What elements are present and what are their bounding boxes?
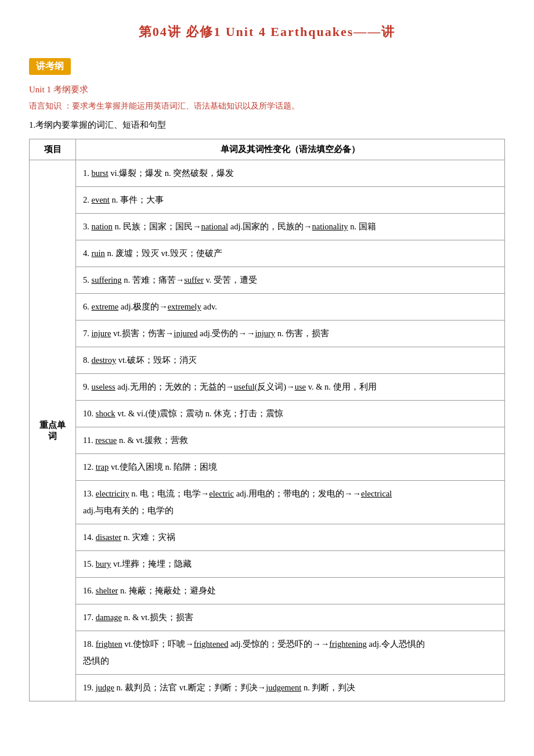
vocab-word2: suffer [184,275,204,285]
vocab-entry-cell: 2. event n. 事件；大事 [76,187,505,214]
table-row: 6. extreme adj.极度的→extremely adv. [30,294,505,321]
vocab-word: nation [92,222,113,231]
section-badge: 讲考纲 [29,58,71,75]
col-header-vocab: 单词及其词性变化（语法填空必备） [76,139,505,160]
vocab-word: ruin [92,249,105,258]
vocab-word3: nationality [312,222,348,231]
table-row: 12. trap vt.使陷入困境 n. 陷阱；困境 [30,454,505,481]
vocab-word: useless [92,382,116,391]
table-row: 16. shelter n. 掩蔽；掩蔽处；避身处 [30,578,505,604]
vocab-entry-cell: 4. ruin n. 废墟；毁灭 vt.毁灭；使破产 [76,240,505,267]
vocab-word3: electrical [361,489,392,498]
table-row: 15. bury vt.埋葬；掩埋；隐藏 [30,551,505,578]
vocab-entry-cell: 12. trap vt.使陷入困境 n. 陷阱；困境 [76,454,505,481]
table-row: 18. frighten vt.使惊吓；吓唬→frightened adj.受惊… [30,631,505,675]
vocab-entry-cell: 15. bury vt.埋葬；掩埋；隐藏 [76,551,505,578]
vocab-word: frighten [96,639,122,649]
table-row: 19. judge n. 裁判员；法官 vt.断定；判断；判决→judgemen… [30,675,505,701]
vocab-entry-cell: 3. nation n. 民族；国家；国民→national adj.国家的，民… [76,214,505,240]
unit-req-title: Unit 1 考纲要求 [29,84,505,95]
vocab-word2: frightened [194,639,229,649]
vocab-word: bury [96,559,111,568]
table-row: 11. rescue n. & vt.援救；营救 [30,427,505,454]
vocab-word: extreme [92,302,119,311]
vocab-word: judge [96,683,114,692]
vocab-entry-cell: 18. frighten vt.使惊吓；吓唬→frightened adj.受惊… [76,631,505,675]
vocab-heading: 1.考纲内要掌握的词汇、短语和句型 [29,120,505,131]
vocab-entry-cell: 13. electricity n. 电；电流；电学→electric adj.… [76,481,505,524]
table-row: 9. useless adj.无用的；无效的；无益的→useful(反义词)→u… [30,374,505,401]
vocab-word: suffering [92,275,122,285]
table-row: 10. shock vt. & vi.(使)震惊；震动 n. 休克；打击；震惊 [30,401,505,427]
vocab-word: shelter [96,586,118,595]
vocab-word: shock [96,409,116,418]
table-row: 14. disaster n. 灾难；灾祸 [30,524,505,551]
lang-knowledge: 语言知识 ：要求考生掌握并能运用英语词汇、语法基础知识以及所学话题。 [29,101,505,111]
vocab-word: electricity [96,489,129,498]
vocab-entry-cell: 7. injure vt.损害；伤害→injured adj.受伤的→→inju… [76,321,505,347]
vocab-word3: frightening [329,639,366,649]
vocab-word: injure [92,329,111,338]
col-header-item: 项目 [30,139,76,160]
vocab-entry-cell: 14. disaster n. 灾难；灾祸 [76,524,505,551]
vocab-entry-cell: 19. judge n. 裁判员；法官 vt.断定；判断；判决→judgemen… [76,675,505,701]
table-row: 2. event n. 事件；大事 [30,187,505,214]
vocab-entry-cell: 1. burst vi.爆裂；爆发 n. 突然破裂，爆发 [76,160,505,187]
col-label-cell: 重点单词 [30,160,76,701]
vocab-entry-cell: 5. suffering n. 苦难；痛苦→suffer v. 受苦，遭受 [76,267,505,294]
vocab-word: damage [96,613,122,622]
table-row: 5. suffering n. 苦难；痛苦→suffer v. 受苦，遭受 [30,267,505,294]
vocab-entry-cell: 6. extreme adj.极度的→extremely adv. [76,294,505,321]
vocab-entry-cell: 9. useless adj.无用的；无效的；无益的→useful(反义词)→u… [76,374,505,401]
vocab-word2: extremely [168,302,201,311]
vocab-word: destroy [92,355,117,365]
page-title: 第04讲 必修1 Unit 4 Earthquakes——讲 [29,23,505,41]
table-row: 重点单词1. burst vi.爆裂；爆发 n. 突然破裂，爆发 [30,160,505,187]
table-row: 17. damage n. & vt.损失；损害 [30,604,505,631]
vocab-table: 项目 单词及其词性变化（语法填空必备） 重点单词1. burst vi.爆裂；爆… [29,139,505,701]
vocab-entry-cell: 17. damage n. & vt.损失；损害 [76,604,505,631]
vocab-entry-cell: 16. shelter n. 掩蔽；掩蔽处；避身处 [76,578,505,604]
vocab-word3: injury [255,329,275,338]
table-row: 8. destroy vt.破坏；毁坏；消灭 [30,347,505,374]
vocab-word2: judgement [266,683,301,692]
table-row: 13. electricity n. 电；电流；电学→electric adj.… [30,481,505,524]
vocab-word2: useful [234,382,254,391]
vocab-word: rescue [95,435,117,445]
vocab-word2: electric [209,489,234,498]
vocab-word: event [92,195,110,204]
table-row: 3. nation n. 民族；国家；国民→national adj.国家的，民… [30,214,505,240]
vocab-word: burst [92,168,109,178]
vocab-entry-cell: 11. rescue n. & vt.援救；营救 [76,427,505,454]
vocab-word: disaster [96,532,121,542]
vocab-word: trap [96,462,109,471]
vocab-entry-cell: 10. shock vt. & vi.(使)震惊；震动 n. 休克；打击；震惊 [76,401,505,427]
vocab-word2: national [201,222,228,231]
vocab-word2: injured [174,329,197,338]
vocab-word3: use [295,382,306,391]
vocab-entry-cell: 8. destroy vt.破坏；毁坏；消灭 [76,347,505,374]
table-row: 7. injure vt.损害；伤害→injured adj.受伤的→→inju… [30,321,505,347]
table-row: 4. ruin n. 废墟；毁灭 vt.毁灭；使破产 [30,240,505,267]
